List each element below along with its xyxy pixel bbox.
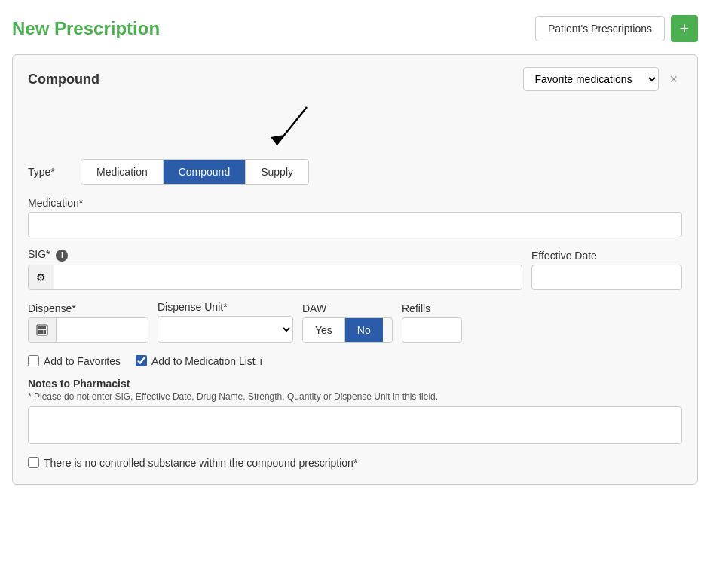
daw-no-button[interactable]: No [345, 318, 383, 342]
sig-row: SIG* i ⚙ Effective Date [28, 248, 682, 290]
dispense-input-group [28, 317, 148, 343]
svg-rect-7 [38, 332, 41, 334]
svg-rect-9 [44, 332, 46, 334]
add-to-medication-list-label: Add to Medication List [151, 355, 256, 367]
svg-rect-6 [44, 330, 46, 332]
add-to-favorites-checkbox-label[interactable]: Add to Favorites [28, 355, 121, 367]
dispense-column: Dispense* [28, 302, 148, 343]
dispense-row: Dispense* [28, 301, 682, 343]
add-button[interactable]: + [671, 15, 698, 42]
calculator-icon [36, 324, 48, 336]
card-header: Compound Favorite medications × [28, 67, 682, 91]
effective-date-column: Effective Date [531, 250, 682, 290]
notes-section: Notes to Pharmacist * Please do not ente… [28, 378, 682, 446]
type-label: Type* [28, 166, 81, 178]
type-compound-button[interactable]: Compound [164, 160, 246, 184]
dispense-label: Dispense* [28, 302, 148, 314]
dispense-unit-column: Dispense Unit* [158, 301, 293, 343]
svg-rect-4 [38, 330, 41, 332]
notes-label: Notes to Pharmacist [28, 378, 682, 390]
notes-hint: * Please do not enter SIG, Effective Dat… [28, 391, 682, 402]
type-row: Type* Medication Compound Supply [28, 159, 682, 185]
header-actions: Patient's Prescriptions + [535, 15, 698, 42]
arrow-annotation [28, 103, 682, 156]
controlled-substance-label: There is no controlled substance within … [44, 457, 357, 469]
svg-line-0 [277, 107, 307, 145]
add-to-favorites-checkbox[interactable] [28, 355, 39, 366]
patient-prescriptions-button[interactable]: Patient's Prescriptions [535, 16, 665, 41]
sig-label: SIG* i [28, 248, 522, 262]
notes-textarea[interactable] [28, 406, 682, 444]
refills-input[interactable]: 0 [402, 317, 462, 343]
dispense-unit-select[interactable] [158, 316, 293, 343]
page-header: New Prescription Patient's Prescriptions… [12, 15, 698, 42]
dispense-input[interactable] [57, 318, 148, 342]
daw-button-group: Yes No [302, 317, 393, 343]
daw-label: DAW [302, 302, 393, 314]
medication-input[interactable] [28, 212, 682, 237]
sig-input-group: ⚙ [28, 265, 522, 290]
svg-rect-8 [41, 332, 44, 334]
type-supply-button[interactable]: Supply [246, 160, 308, 184]
svg-marker-1 [271, 135, 284, 145]
medication-field-section: Medication* [28, 197, 682, 237]
add-to-medication-list-checkbox-label[interactable]: Add to Medication List i [136, 355, 262, 367]
card-header-right: Favorite medications × [523, 67, 682, 91]
card-title: Compound [28, 72, 99, 87]
prescription-form-card: Compound Favorite medications × Type* Me… [12, 54, 698, 485]
sig-column: SIG* i ⚙ [28, 248, 522, 290]
add-to-medication-list-checkbox[interactable] [136, 355, 147, 366]
sig-gear-button[interactable]: ⚙ [29, 265, 54, 289]
sig-input[interactable] [54, 265, 522, 289]
type-medication-button[interactable]: Medication [81, 160, 164, 184]
add-to-favorites-label: Add to Favorites [44, 355, 121, 367]
refills-column: Refills 0 [402, 302, 477, 343]
effective-date-label: Effective Date [531, 250, 682, 262]
medication-list-info-icon[interactable]: i [260, 355, 262, 367]
effective-date-input[interactable] [531, 265, 682, 290]
medication-label: Medication* [28, 197, 682, 209]
type-button-group: Medication Compound Supply [81, 159, 309, 185]
svg-rect-3 [38, 326, 46, 329]
svg-rect-5 [41, 330, 44, 332]
daw-column: DAW Yes No [302, 302, 393, 343]
checkboxes-row: Add to Favorites Add to Medication List … [28, 355, 682, 367]
arrow-icon [246, 103, 337, 156]
sig-info-icon[interactable]: i [56, 250, 68, 262]
page-title: New Prescription [12, 18, 160, 39]
daw-yes-button[interactable]: Yes [303, 318, 345, 342]
controlled-substance-row: There is no controlled substance within … [28, 457, 682, 469]
refills-label: Refills [402, 302, 477, 314]
dispense-calculator-button[interactable] [29, 318, 57, 342]
favorite-medications-select[interactable]: Favorite medications [523, 67, 659, 91]
close-button[interactable]: × [665, 70, 682, 89]
controlled-substance-checkbox[interactable] [28, 457, 39, 468]
dispense-unit-label: Dispense Unit* [158, 301, 293, 313]
